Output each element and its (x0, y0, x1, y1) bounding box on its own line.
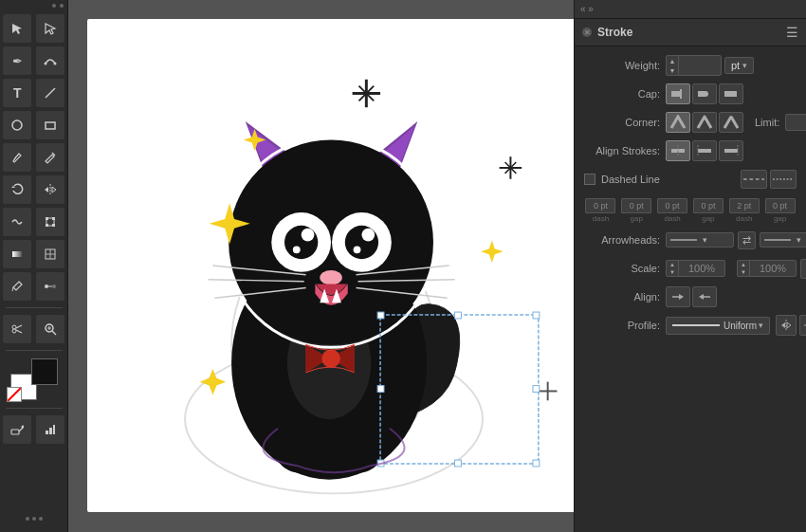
profile-dropdown[interactable]: Uniform ▾ (666, 317, 770, 335)
arrowhead-start-dropdown[interactable]: ▾ (666, 232, 734, 248)
scale-lock-btn[interactable] (800, 259, 806, 279)
svg-marker-119 (787, 322, 791, 328)
dash-sublabel-1: dash (593, 214, 609, 223)
gap-field-2: gap (691, 198, 724, 223)
profile-flip-horizontal-btn[interactable] (799, 315, 806, 336)
dashed-checkbox[interactable] (584, 174, 595, 185)
align-center-btn[interactable] (666, 140, 690, 161)
left-toolbar: ✒ T (0, 0, 68, 532)
line-segment-tool[interactable] (36, 79, 64, 107)
arrowhead-end-dropdown[interactable]: ▾ (760, 232, 806, 248)
cap-square-btn[interactable] (719, 83, 743, 104)
dash-sublabel-2: dash (664, 214, 680, 223)
dash-field-1: dash (584, 198, 617, 223)
corner-round-btn[interactable] (692, 112, 717, 133)
weight-input[interactable]: 26 pt (679, 58, 721, 73)
scale-input-1[interactable] (679, 261, 724, 276)
fill-swatch[interactable] (31, 358, 58, 385)
scale-input-2[interactable] (750, 261, 796, 276)
type-tool[interactable]: T (3, 79, 31, 107)
corner-btn-group (666, 112, 743, 133)
panel-collapse-arrows[interactable]: « » (580, 4, 594, 14)
svg-rect-89 (455, 312, 462, 319)
select-tool[interactable] (3, 14, 31, 43)
gap-sublabel-2: gap (702, 214, 714, 223)
arrowhead-swap-btn[interactable]: ⇄ (738, 231, 756, 249)
pencil-tool[interactable] (36, 143, 64, 172)
svg-point-2 (44, 63, 46, 65)
curvature-tool[interactable] (36, 46, 64, 75)
corner-label: Corner: (584, 117, 660, 128)
align-strokes-label: Align Strokes: (584, 145, 660, 156)
scale1-up-btn[interactable]: ▲ (667, 261, 678, 268)
paintbrush-tool[interactable] (3, 143, 31, 172)
weight-label: Weight: (584, 60, 660, 71)
weight-down-btn[interactable]: ▼ (667, 65, 678, 75)
none-swatch[interactable] (7, 387, 22, 402)
weight-unit-dropdown[interactable]: pt (724, 57, 754, 74)
corner-miter-btn[interactable] (666, 112, 690, 133)
align-arrow-btn-1[interactable] (666, 286, 690, 307)
eyedropper-tool[interactable] (3, 272, 31, 301)
limit-input[interactable]: 10 (785, 114, 806, 131)
tool-grid-bottom (0, 413, 67, 447)
blend-tool[interactable] (36, 272, 64, 301)
dash-input-1[interactable] (585, 198, 615, 213)
profile-flip-vertical-btn[interactable] (776, 315, 797, 336)
rotate-tool[interactable] (3, 175, 31, 204)
svg-point-56 (302, 229, 315, 242)
svg-point-58 (293, 246, 301, 253)
svg-rect-34 (11, 430, 19, 434)
toolbar-divider-2 (6, 350, 63, 351)
gap-input-2[interactable] (693, 198, 724, 213)
cap-round-btn[interactable] (692, 83, 717, 104)
reflect-tool[interactable] (36, 175, 64, 204)
scale1-down-btn[interactable]: ▼ (667, 268, 678, 276)
column-graph-tool[interactable] (36, 415, 64, 444)
dash-field-3: dash (727, 198, 760, 223)
mesh-tool[interactable] (36, 240, 64, 268)
cap-label: Cap: (584, 88, 660, 100)
dash-input-2[interactable] (657, 198, 687, 213)
cap-butt-btn[interactable] (666, 83, 690, 104)
dashed-preview-btn-2[interactable] (770, 170, 797, 189)
corner-bevel-btn[interactable] (719, 112, 743, 133)
svg-point-5 (12, 120, 22, 130)
canvas-area[interactable] (68, 0, 574, 532)
svg-point-3 (53, 63, 56, 65)
svg-point-57 (361, 229, 375, 242)
svg-rect-90 (533, 312, 540, 319)
toolbar-bottom-dots (26, 517, 43, 521)
ellipse-tool[interactable] (3, 111, 31, 139)
scissors-tool[interactable] (3, 315, 31, 343)
gradient-tool[interactable] (3, 240, 31, 268)
svg-rect-98 (698, 91, 705, 97)
dash-input-3[interactable] (729, 198, 760, 213)
weight-up-btn[interactable]: ▲ (667, 56, 678, 65)
scale2-up-btn[interactable]: ▲ (738, 261, 749, 268)
svg-rect-17 (12, 251, 22, 257)
align-outside-btn[interactable] (719, 140, 743, 161)
gap-input-1[interactable] (621, 198, 651, 213)
gap-sublabel-1: gap (631, 214, 643, 223)
dashed-preview-btn-1[interactable] (741, 170, 767, 189)
scale2-down-btn[interactable]: ▼ (738, 268, 749, 276)
svg-point-54 (284, 226, 318, 259)
rectangle-tool[interactable] (36, 111, 64, 139)
panel-header: ✕ Stroke ☰ (575, 19, 806, 46)
pen-tool[interactable]: ✒ (3, 46, 31, 75)
panel-menu-btn[interactable]: ☰ (786, 25, 798, 40)
panel-close-btn[interactable]: ✕ (582, 28, 592, 37)
symbol-sprayer-tool[interactable] (3, 415, 31, 444)
svg-marker-118 (781, 322, 785, 328)
warp-tool[interactable] (3, 208, 31, 236)
zoom-tool[interactable] (36, 315, 64, 343)
dashed-preview-group (741, 170, 797, 189)
gap-input-3[interactable] (765, 198, 796, 213)
direct-select-tool[interactable] (36, 14, 64, 43)
align-inside-btn[interactable] (692, 140, 717, 161)
align-arrow-btn-2[interactable] (692, 286, 717, 307)
profile-value: Uniform (724, 321, 757, 331)
align-strokes-row: Align Strokes: (584, 139, 797, 162)
free-transform-tool[interactable] (36, 208, 64, 236)
